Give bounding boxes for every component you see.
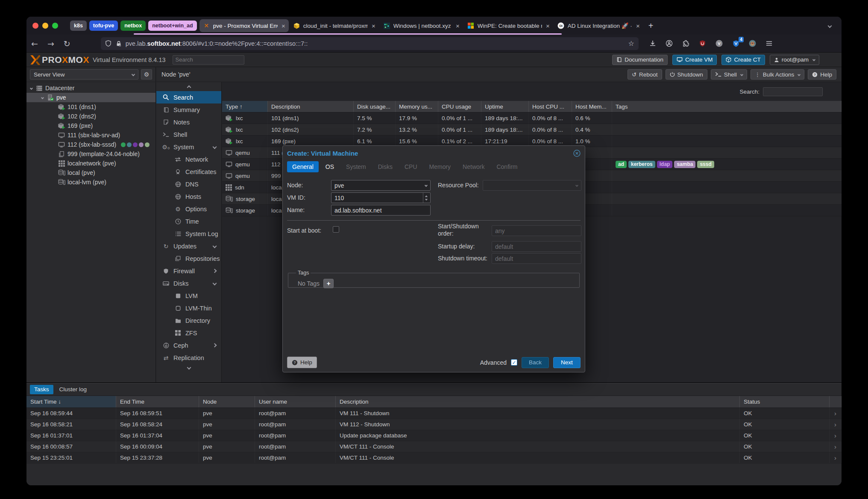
startup-delay-input[interactable]: default <box>492 241 581 252</box>
start-shutdown-order-input[interactable]: any <box>492 225 581 236</box>
menu-scroll-up-icon[interactable] <box>156 84 221 91</box>
menu-item-replication[interactable]: ⇄Replication <box>156 351 221 364</box>
name-input[interactable]: ad.lab.softbox.net <box>331 205 431 216</box>
next-button-dialog[interactable]: Next <box>553 357 581 368</box>
tab-close-icon[interactable]: × <box>545 22 550 30</box>
task-row-sep-16-08-59-44[interactable]: Sep 16 08:59:44Sep 16 08:59:51pveroot@pa… <box>26 408 842 419</box>
menu-item-time[interactable]: Time <box>156 215 221 227</box>
sidebar-gear-button[interactable]: ⚙ <box>141 69 152 80</box>
tab-close-icon[interactable]: × <box>371 22 375 30</box>
table-search-input[interactable] <box>763 87 823 96</box>
forward-button[interactable]: → <box>43 39 59 48</box>
back-button[interactable]: ← <box>26 39 43 48</box>
menu-item-system[interactable]: ⚙ₒSystem <box>156 141 221 153</box>
tree-item-169-pxe[interactable]: 169 (pxe) <box>26 121 155 130</box>
menu-item-hosts[interactable]: Hosts <box>156 190 221 203</box>
dialog-close-button[interactable] <box>573 150 581 157</box>
tree-item-102-dns2[interactable]: 102 (dns2) <box>26 112 155 121</box>
column-header-type[interactable]: Type ↑ <box>222 101 268 112</box>
menu-item-repositories[interactable]: Repositories <box>156 252 221 265</box>
menu-item-summary[interactable]: Summary <box>156 103 221 116</box>
menu-item-directory[interactable]: Directory <box>156 314 221 327</box>
menu-item-lvm[interactable]: LVM <box>156 289 221 302</box>
tasks-tab-cluster-log[interactable]: Cluster log <box>55 385 91 394</box>
tasks-column-header-node[interactable]: Node <box>199 396 255 407</box>
advanced-checkbox[interactable]: ✓ <box>511 359 517 366</box>
ublock-icon[interactable] <box>698 39 707 48</box>
browser-tab-winpe-create-bootable-me[interactable]: WinPE: Create bootable media |× <box>464 19 553 32</box>
task-row-sep-15-23-25-01[interactable]: Sep 15 23:25:01Sep 15 23:37:28pveroot@pa… <box>26 452 842 464</box>
extensions-puzzle-icon[interactable] <box>681 39 691 48</box>
help-button[interactable]: ? Help <box>287 357 317 368</box>
menu-item-certificates[interactable]: Certificates <box>156 165 221 178</box>
hamburger-menu-icon[interactable] <box>765 39 774 48</box>
dialog-tab-general[interactable]: General <box>287 161 319 172</box>
tree-expand-caret-icon[interactable] <box>40 97 44 99</box>
tasks-column-header-status[interactable]: Status <box>740 396 830 407</box>
tree-expand-caret-icon[interactable] <box>29 87 33 89</box>
browser-tab-cloud-init-telmate-proxm[interactable]: cloud_init - telmate/proxmox - C× <box>290 19 379 32</box>
tasks-column-header-description[interactable]: Description <box>336 396 740 407</box>
tab-group-netbox[interactable]: netbox <box>120 21 146 31</box>
tree-item-pve[interactable]: pve <box>26 93 155 102</box>
vm-table-row-lxc-102-dns2[interactable]: lxc102 (dns2)7.2 %13.2 %0.0% of 1 ...189… <box>222 124 842 136</box>
bulk-actions-button[interactable]: ⋮Bulk Actions <box>751 69 805 80</box>
task-row-sep-16-08-58-21[interactable]: Sep 16 08:58:21Sep 16 08:58:24pveroot@pa… <box>26 419 842 430</box>
menu-item-search[interactable]: Search <box>156 91 221 103</box>
tree-item-112-sbx-lab-sssd[interactable]: 112 (sbx-lab-sssd) <box>26 140 155 149</box>
tab-close-icon[interactable]: × <box>455 22 460 30</box>
add-tag-button[interactable]: + <box>323 279 334 288</box>
tab-group-k8s[interactable]: k8s <box>70 21 87 31</box>
tab-group-tofu-pve[interactable]: tofu-pve <box>89 21 118 31</box>
back-button-dialog[interactable]: Back <box>522 357 549 368</box>
tab-close-icon[interactable]: × <box>281 22 285 30</box>
tree-item-localnetwork-pve[interactable]: localnetwork (pve) <box>26 159 155 168</box>
lock-warning-icon[interactable] <box>115 40 122 47</box>
url-bar[interactable]: pve.lab.softbox.net:8006/#v1:0:=node%2Fp… <box>101 37 639 50</box>
column-header-tags[interactable]: Tags <box>612 101 842 112</box>
menu-item-network[interactable]: Network <box>156 153 221 165</box>
shutdown-timeout-input[interactable]: default <box>492 253 581 264</box>
create-vm-button[interactable]: Create VM <box>672 55 717 65</box>
tasks-column-header-start-time[interactable]: Start Time ↓ <box>26 396 116 407</box>
tasks-column-header-end-time[interactable]: End Time <box>116 396 199 407</box>
vmid-input[interactable]: 110 <box>331 192 431 203</box>
menu-scroll-down-icon[interactable] <box>156 364 221 371</box>
tree-item-999-template-24-04-noble[interactable]: 999 (template-24.04-noble) <box>26 149 155 159</box>
task-expand-chevron-icon[interactable]: › <box>830 430 842 441</box>
column-header-memory-us[interactable]: Memory us... <box>396 101 438 112</box>
task-row-sep-16-00-08-57[interactable]: Sep 16 00:08:57Sep 16 00:09:04pveroot@pa… <box>26 441 842 452</box>
tab-overflow-chevron-icon[interactable] <box>826 24 834 28</box>
task-row-sep-16-01-37-01[interactable]: Sep 16 01:37:01Sep 16 01:37:04pveroot@pa… <box>26 430 842 441</box>
shell-button[interactable]: Shell <box>711 69 747 80</box>
column-header-disk-usage[interactable]: Disk usage... <box>354 101 396 112</box>
menu-item-system-log[interactable]: System Log <box>156 227 221 240</box>
new-tab-button[interactable]: + <box>644 21 658 30</box>
column-header-cpu-usage[interactable]: CPU usage <box>438 101 481 112</box>
tree-item-local-lvm-pve[interactable]: local-lvm (pve) <box>26 177 155 187</box>
browser-tab-pve-proxmox-virtual-envi[interactable]: ✕pve - Proxmox Virtual Environme× <box>199 19 289 32</box>
tree-item-101-dns1[interactable]: 101 (dns1) <box>26 102 155 112</box>
account-icon[interactable] <box>665 39 674 48</box>
menu-item-lvm-thin[interactable]: LVM-Thin <box>156 302 221 314</box>
column-header-uptime[interactable]: Uptime <box>481 101 529 112</box>
vpn-shield-icon[interactable]: 4 <box>731 39 741 48</box>
node-select[interactable]: pve <box>331 180 431 191</box>
menu-item-shell[interactable]: Shell <box>156 128 221 141</box>
menu-item-ceph[interactable]: Ceph <box>156 339 221 351</box>
user-menu-button[interactable]: root@pam <box>770 55 819 65</box>
menu-item-notes[interactable]: Notes <box>156 116 221 128</box>
minimize-window-button[interactable] <box>42 23 48 29</box>
column-header-description[interactable]: Description <box>268 101 354 112</box>
menu-item-zfs[interactable]: ZFS <box>156 327 221 339</box>
reboot-button[interactable]: ↺Reboot <box>628 69 662 80</box>
v-extension-icon[interactable]: V <box>715 39 724 48</box>
profile-avatar[interactable] <box>748 39 757 48</box>
task-expand-chevron-icon[interactable]: › <box>830 452 842 463</box>
maximize-window-button[interactable] <box>52 23 58 29</box>
menu-item-dns[interactable]: DNS <box>156 178 221 190</box>
start-at-boot-checkbox[interactable] <box>333 226 339 233</box>
menu-item-options[interactable]: ⚙Options <box>156 203 221 215</box>
tracking-shield-icon[interactable] <box>105 40 112 47</box>
create-ct-button[interactable]: Create CT <box>721 55 765 65</box>
